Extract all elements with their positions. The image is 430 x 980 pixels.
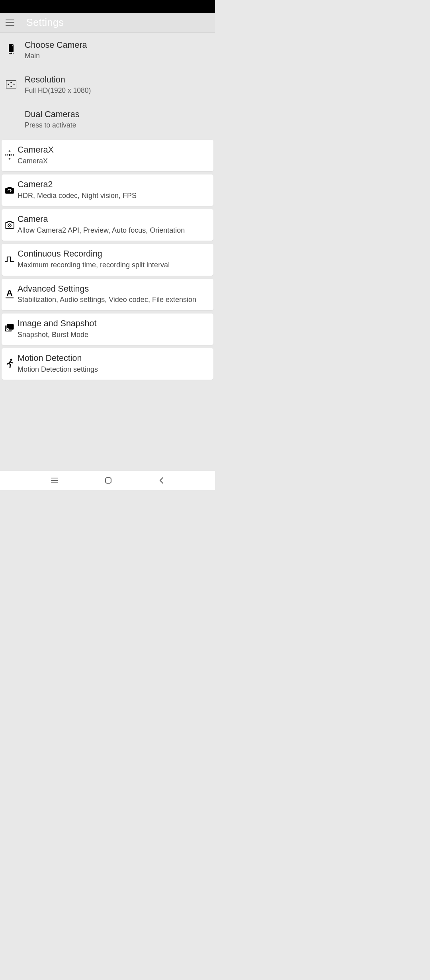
- setting-subtitle: Motion Detection settings: [18, 365, 98, 374]
- setting-subtitle: Stabilization, Audio settings, Video cod…: [18, 295, 196, 304]
- nav-back-icon[interactable]: [158, 477, 164, 484]
- burst-icon: [2, 324, 18, 333]
- status-bar: [0, 0, 215, 13]
- move-dots-icon: [2, 150, 18, 160]
- setting-subtitle: Snapshot, Burst Mode: [18, 330, 96, 339]
- setting-subtitle: CameraX: [18, 156, 54, 166]
- setting-subtitle: Allow Camera2 API, Preview, Auto focus, …: [18, 225, 185, 235]
- settings-content: Choose Camera Main Resolution Full HD(19…: [0, 33, 215, 471]
- setting-motion-detection[interactable]: Motion Detection Motion Detection settin…: [2, 348, 213, 380]
- setting-subtitle: Main: [25, 52, 87, 60]
- setting-subtitle: Maximum recording time, recording split …: [18, 260, 170, 270]
- hamburger-menu-icon[interactable]: [6, 20, 14, 26]
- setting-advanced[interactable]: Advanced Settings Stabilization, Audio s…: [2, 279, 213, 310]
- setting-camerax[interactable]: CameraX CameraX: [2, 140, 213, 171]
- letter-a-icon: [2, 289, 18, 299]
- setting-title: Camera2: [18, 179, 137, 190]
- app-bar: Settings: [0, 13, 215, 33]
- setting-title: Continuous Recording: [18, 249, 170, 259]
- android-nav-bar: [0, 471, 215, 490]
- setting-title: CameraX: [18, 145, 54, 155]
- setting-subtitle: Full HD(1920 x 1080): [25, 86, 91, 95]
- setting-title: Advanced Settings: [18, 284, 196, 294]
- setting-dual-cameras[interactable]: Dual Cameras Press to activate: [0, 104, 215, 138]
- runner-icon: [2, 359, 18, 368]
- setting-title: Camera: [18, 214, 185, 225]
- setting-camera[interactable]: Camera Allow Camera2 API, Preview, Auto …: [2, 209, 213, 241]
- setting-title: Image and Snapshot: [18, 318, 96, 329]
- setting-continuous-recording[interactable]: Continuous Recording Maximum recording t…: [2, 244, 213, 275]
- setting-resolution[interactable]: Resolution Full HD(1920 x 1080): [0, 69, 215, 104]
- setting-title: Motion Detection: [18, 353, 98, 364]
- page-title: Settings: [26, 17, 64, 28]
- setting-title: Choose Camera: [25, 40, 87, 51]
- pulse-icon: [2, 255, 18, 263]
- setting-title: Resolution: [25, 74, 91, 86]
- resolution-icon: [3, 80, 19, 88]
- setting-subtitle: HDR, Media codec, Night vision, FPS: [18, 191, 137, 200]
- setting-choose-camera[interactable]: Choose Camera Main: [0, 34, 215, 69]
- svg-rect-22: [106, 478, 111, 483]
- camera-switch-icon: [2, 186, 18, 194]
- switch-camera-icon: [3, 44, 19, 55]
- nav-recent-icon[interactable]: [51, 478, 58, 483]
- setting-camera2[interactable]: Camera2 HDR, Media codec, Night vision, …: [2, 174, 213, 206]
- camera-plus-icon: [2, 220, 18, 229]
- nav-home-icon[interactable]: [105, 477, 112, 484]
- setting-title: Dual Cameras: [25, 109, 79, 120]
- setting-subtitle: Press to activate: [25, 121, 79, 129]
- setting-image-snapshot[interactable]: Image and Snapshot Snapshot, Burst Mode: [2, 314, 213, 345]
